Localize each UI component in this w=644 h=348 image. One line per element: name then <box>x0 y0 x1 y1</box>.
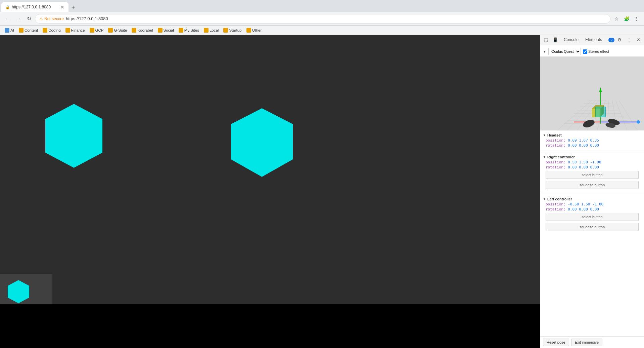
more-tools-icon[interactable]: ⋮ <box>632 14 641 24</box>
right-position-row: position: 0.50 1.50 -1.00 <box>543 160 641 165</box>
headset-section: Headset position: 0.09 1.67 0.35 rotatio… <box>540 130 644 149</box>
content-area: ⬚ 📱 Console Elements Sources Network Web… <box>0 35 644 348</box>
new-tab-button[interactable]: + <box>68 3 78 12</box>
bookmark-local-label: Local <box>210 28 219 32</box>
scene-preview-svg <box>540 56 644 130</box>
bookmark-startup[interactable]: Startup <box>221 27 243 33</box>
bookmark-gcp-label: GCP <box>95 28 104 32</box>
stereo-effect-checkbox[interactable] <box>583 49 587 54</box>
stereo-effect-text: Stereo effect <box>588 49 609 53</box>
tab-favicon: 🔒 <box>5 5 10 9</box>
bookmark-social[interactable]: Social <box>156 27 176 33</box>
bookmark-gsuite[interactable]: G-Suite <box>106 27 129 33</box>
webxr-viewport <box>0 35 540 348</box>
headset-section-header[interactable]: Headset <box>543 132 641 138</box>
bookmarks-bar: AI Content Coding Finance GCP G-Suite Ko… <box>0 26 644 35</box>
bottom-black-area <box>0 304 540 348</box>
url-display: https://127.0.0.1:8080 <box>66 16 108 21</box>
bookmark-mysites[interactable]: My Sites <box>177 27 201 33</box>
headset-rotation-value: 0.00 0.00 0.00 <box>568 143 599 148</box>
active-tab[interactable]: 🔒 https://127.0.0.1:8080 ✕ <box>1 2 68 12</box>
bookmark-icon[interactable]: ☆ <box>612 14 621 24</box>
right-squeeze-button[interactable]: squeeze button <box>546 181 639 189</box>
left-controller-preview <box>582 118 596 129</box>
devtools-controls: 2 ⚙ ⋮ ✕ <box>608 36 643 44</box>
devtools-close-button[interactable]: ✕ <box>634 36 643 44</box>
headset-position-label: position: <box>546 138 568 143</box>
tab-elements[interactable]: Elements <box>582 36 605 44</box>
refresh-button[interactable]: ↻ <box>24 14 34 24</box>
left-rotation-value: 0.00 0.00 0.00 <box>568 207 599 211</box>
right-select-button[interactable]: select button <box>546 171 639 179</box>
left-controller-section: Left controller position: -0.50 1.50 -1.… <box>540 194 644 233</box>
bookmark-startup-icon <box>223 28 228 33</box>
svg-line-11 <box>619 100 637 130</box>
bookmark-mysites-label: My Sites <box>184 28 199 32</box>
bookmark-other[interactable]: Other <box>244 27 264 33</box>
back-button[interactable]: ← <box>3 14 12 24</box>
headset-selector-row: ▼ Oculus Quest Stereo effect <box>540 46 644 56</box>
headset-position-row: position: 0.09 1.67 0.35 <box>543 138 641 143</box>
right-position-value: 0.50 1.50 -1.00 <box>568 160 601 164</box>
extensions-icon[interactable]: 🧩 <box>622 14 631 24</box>
bookmark-social-icon <box>158 28 163 33</box>
right-controller-title: Right controller <box>547 155 575 159</box>
forward-button[interactable]: → <box>13 14 23 24</box>
bookmark-coding[interactable]: Coding <box>41 27 62 33</box>
device-toolbar-button[interactable]: 📱 <box>551 36 560 44</box>
scene-preview <box>540 56 644 130</box>
left-position-row: position: -0.50 1.50 -1.00 <box>543 202 641 207</box>
bookmark-coding-label: Coding <box>48 28 60 32</box>
right-controller-header[interactable]: Right controller <box>543 154 641 160</box>
stereo-effect-label: Stereo effect <box>583 49 609 54</box>
devtools-more-button[interactable]: ⋮ <box>625 36 633 44</box>
devtools-tabs-container: Console Elements Sources Network WebXR » <box>560 36 606 44</box>
svg-marker-1 <box>231 108 293 177</box>
inspect-element-button[interactable]: ⬚ <box>542 36 550 44</box>
divider-1 <box>540 151 644 151</box>
tab-close-button[interactable]: ✕ <box>60 4 64 10</box>
scene-area <box>0 35 540 348</box>
bookmark-koorabel[interactable]: Koorabel <box>130 27 155 33</box>
bookmark-ai[interactable]: AI <box>3 27 16 33</box>
url-bar[interactable]: ⚠ Not secure https://127.0.0.1:8080 <box>35 14 610 24</box>
svg-marker-0 <box>45 104 102 168</box>
y-axis-arrow <box>599 87 602 92</box>
headset-section-title: Headset <box>547 133 562 137</box>
right-rotation-label: rotation: <box>546 165 568 169</box>
right-rotation-row: rotation: 0.00 0.00 0.00 <box>543 165 641 170</box>
exit-immersive-button[interactable]: Exit immersive <box>571 339 603 346</box>
reset-pose-button[interactable]: Reset pose <box>543 339 569 346</box>
mini-view <box>0 274 52 304</box>
tab-sources[interactable]: Sources <box>605 36 606 44</box>
left-rotation-label: rotation: <box>546 207 568 211</box>
toolbar-icons: ☆ 🧩 ⋮ <box>612 14 641 24</box>
url-warning-text: Not secure <box>44 16 64 21</box>
bookmark-local[interactable]: Local <box>202 27 221 33</box>
bookmark-other-icon <box>246 28 251 33</box>
bookmark-content[interactable]: Content <box>17 27 40 33</box>
tab-title: https://127.0.0.1:8080 <box>12 5 58 9</box>
bookmark-ai-icon <box>5 28 9 33</box>
tab-console[interactable]: Console <box>560 36 582 44</box>
bookmark-koorabel-label: Koorabel <box>137 28 153 32</box>
headset-device-select[interactable]: Oculus Quest <box>548 48 581 55</box>
headset-rotation-row: rotation: 0.00 0.00 0.00 <box>543 143 641 148</box>
devtools-settings-button[interactable]: ⚙ <box>615 36 624 44</box>
bookmark-content-label: Content <box>25 28 38 32</box>
svg-marker-2 <box>8 280 29 303</box>
collapse-icon[interactable]: ▼ <box>543 50 546 53</box>
left-controller-header[interactable]: Left controller <box>543 196 641 202</box>
devtools-bottom: Reset pose Exit immersive <box>540 336 644 348</box>
devtools-body: ▼ Oculus Quest Stereo effect <box>540 45 644 336</box>
bookmark-finance-label: Finance <box>71 28 85 32</box>
bookmark-finance-icon <box>65 28 70 33</box>
bookmark-gcp[interactable]: GCP <box>88 27 106 33</box>
bookmark-finance[interactable]: Finance <box>63 27 87 33</box>
right-controller-section: Right controller position: 0.50 1.50 -1.… <box>540 152 644 191</box>
address-bar: ← → ↻ ⚠ Not secure https://127.0.0.1:808… <box>0 12 644 26</box>
left-squeeze-button[interactable]: squeeze button <box>546 223 639 231</box>
bookmark-coding-icon <box>43 28 47 33</box>
right-rotation-value: 0.00 0.00 0.00 <box>568 165 599 169</box>
left-select-button[interactable]: select button <box>546 213 639 221</box>
